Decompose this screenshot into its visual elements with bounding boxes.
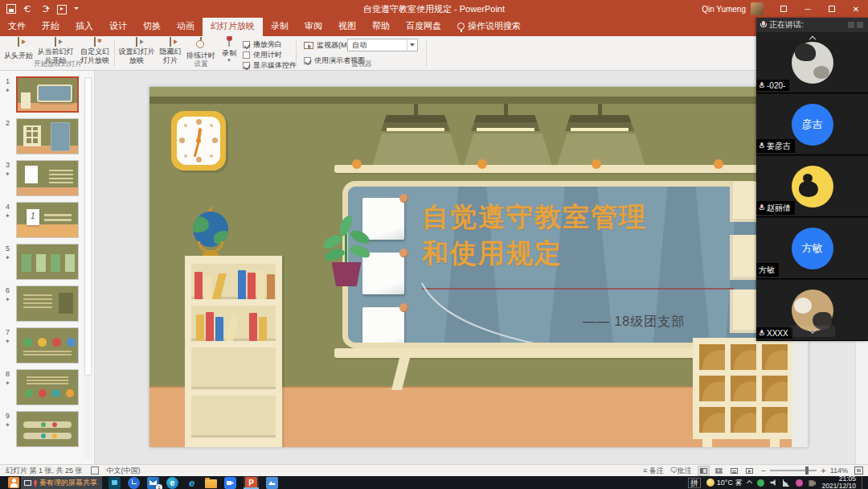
taskbar-powerpoint-active[interactable]: P [244, 476, 259, 489]
zoom-slider-thumb[interactable] [805, 466, 809, 475]
tab-review[interactable]: 审阅 [297, 17, 330, 36]
taskbar-mail-icon[interactable]: 1 [147, 477, 159, 489]
camera-icon[interactable] [809, 479, 816, 487]
volume-icon[interactable] [770, 479, 777, 487]
zoom-slider[interactable] [770, 470, 817, 471]
slide-thumbnail-9[interactable]: 9 ✦ [0, 410, 95, 450]
taskbar-ie-icon[interactable]: e [186, 477, 198, 489]
rail-ball [714, 159, 723, 169]
setup-slideshow-button[interactable]: 设置幻灯片放映 [117, 38, 156, 64]
from-current-slide-icon [48, 38, 63, 46]
taskbar-clock-app-icon[interactable] [128, 477, 140, 489]
slide-thumbnail-6[interactable]: 6 ✦ [0, 285, 95, 325]
monitor-label-row: 监视器(M): [304, 40, 351, 51]
tab-view[interactable]: 视图 [330, 17, 364, 36]
slide-thumbnail-2[interactable]: 2 [0, 117, 95, 158]
checkbox-icon[interactable] [243, 62, 250, 69]
save-icon[interactable] [6, 4, 16, 14]
close-button[interactable]: ✕ [844, 0, 868, 18]
weather-widget[interactable]: 10°C 雾 [706, 478, 743, 488]
checkbox-icon[interactable] [243, 41, 250, 48]
taskbar-store-icon[interactable] [108, 477, 121, 489]
taskbar-edge-icon[interactable]: e [166, 477, 178, 489]
reading-view-button[interactable] [729, 466, 739, 475]
tab-file[interactable]: 文件 [0, 17, 34, 36]
language-indicator[interactable]: 中文(中国) [107, 466, 141, 476]
slide-canvas[interactable]: 自觉遵守教室管理 和使用规定 —— 18级团支部 [149, 87, 808, 447]
participant-tile[interactable]: -020- [756, 32, 868, 93]
monitor-dropdown[interactable]: 自动 [347, 39, 418, 51]
tab-baidu-netdisk[interactable]: 百度网盘 [398, 17, 449, 36]
tell-me-search[interactable]: 操作说明搜索 [449, 17, 529, 36]
restore-button[interactable] [820, 0, 844, 18]
notes-toggle[interactable]: ≡ 备注 [643, 466, 664, 476]
start-slideshow-icon[interactable] [57, 5, 67, 14]
slide-thumbnail-3[interactable]: 3 ✦ [0, 159, 95, 199]
accessibility-icon[interactable] [91, 466, 99, 475]
meeting-header[interactable]: 正在讲话: [756, 18, 868, 32]
checkbox-play-narration[interactable]: 播放旁白 [243, 39, 282, 50]
expand-chevron-icon[interactable] [790, 326, 835, 337]
tray-app-icon-green[interactable] [757, 479, 764, 487]
screen-share-notification[interactable]: 秦有理的屏幕共享 [8, 476, 102, 489]
taskbar-meeting-app-icon[interactable] [224, 477, 236, 489]
slide-thumbnail-1[interactable]: 1 ✦ [0, 76, 95, 116]
tab-insert[interactable]: 插入 [68, 17, 101, 36]
tab-slideshow-active[interactable]: 幻灯片放映 [203, 17, 263, 36]
fit-slide-to-window-icon[interactable] [854, 466, 863, 475]
clock-datetime[interactable]: 21:05 2021/12/10 [821, 475, 856, 489]
tab-animations[interactable]: 动画 [169, 17, 203, 36]
dropdown-caret-icon[interactable] [407, 39, 417, 51]
slide-thumbnail-7[interactable]: 7 ✦ [0, 327, 95, 367]
tab-record[interactable]: 录制 [263, 17, 297, 36]
slide-byline[interactable]: —— 18级团支部 [583, 314, 685, 331]
slide-thumbnail-8[interactable]: 8 ✦ [0, 368, 95, 409]
participant-tile[interactable]: 赵丽倩 [756, 156, 868, 217]
taskbar-photos-icon[interactable] [266, 477, 278, 489]
animation-star-icon: ✦ [5, 212, 10, 220]
normal-view-button[interactable] [698, 466, 709, 475]
ribbon-display-options-button[interactable] [772, 0, 796, 18]
taskbar-file-explorer-icon[interactable] [205, 479, 217, 488]
tab-transitions[interactable]: 切换 [135, 17, 169, 36]
participant-avatar-cat [792, 42, 833, 84]
zoom-out-icon[interactable]: − [761, 467, 766, 474]
checkbox-icon[interactable] [304, 57, 311, 64]
thumbnail-scrollbar[interactable] [84, 77, 92, 458]
minimize-button[interactable]: ─ [796, 0, 820, 18]
hidden-icons-chevron[interactable] [747, 479, 751, 487]
slide-thumbnail-4[interactable]: 4 ✦ [0, 201, 95, 241]
account-avatar[interactable] [751, 2, 764, 15]
undo-icon[interactable] [23, 4, 33, 14]
from-beginning-icon [11, 38, 26, 50]
slide-thumbnail-5[interactable]: 5 ✦ [0, 243, 95, 283]
comments-toggle[interactable]: 🗨批注 [670, 466, 692, 476]
group-label-monitors: 监视器 [321, 60, 402, 69]
participant-tile[interactable]: 方敏 方敏 [756, 218, 868, 279]
participant-tile[interactable]: 彦吉 姜彦吉 [756, 94, 868, 155]
tab-help[interactable]: 帮助 [364, 17, 398, 36]
slide-sorter-view-button[interactable] [714, 466, 724, 475]
tray-app-icon-pink[interactable] [796, 479, 803, 487]
checkbox-use-timings[interactable]: 使用计时 [243, 50, 282, 60]
customize-qat-icon[interactable] [74, 4, 84, 14]
tab-design[interactable]: 设计 [101, 17, 135, 36]
meeting-header-controls[interactable] [848, 22, 863, 28]
slide-counter: 幻灯片 第 1 张, 共 25 张 [6, 466, 83, 476]
tab-home[interactable]: 开始 [34, 17, 68, 36]
zoom-in-icon[interactable]: + [821, 467, 825, 474]
collapse-chevron-icon[interactable] [810, 35, 815, 39]
slideshow-view-button[interactable] [744, 466, 755, 475]
account-name[interactable]: Qin Yumeng [702, 5, 746, 14]
network-icon[interactable] [783, 479, 790, 487]
checkbox-icon[interactable] [243, 51, 250, 59]
light-beam [556, 134, 646, 169]
decorative-curve [348, 187, 760, 343]
person-icon [8, 477, 19, 488]
ime-indicator[interactable]: 拼 [688, 478, 701, 488]
mail-badge: 1 [156, 484, 162, 489]
show-desktop-button[interactable] [862, 476, 865, 489]
participant-tile[interactable]: XXXX [756, 280, 868, 341]
checkbox-show-media-controls[interactable]: 显示媒体控件 [243, 60, 297, 71]
zoom-level[interactable]: 114% [830, 466, 848, 475]
